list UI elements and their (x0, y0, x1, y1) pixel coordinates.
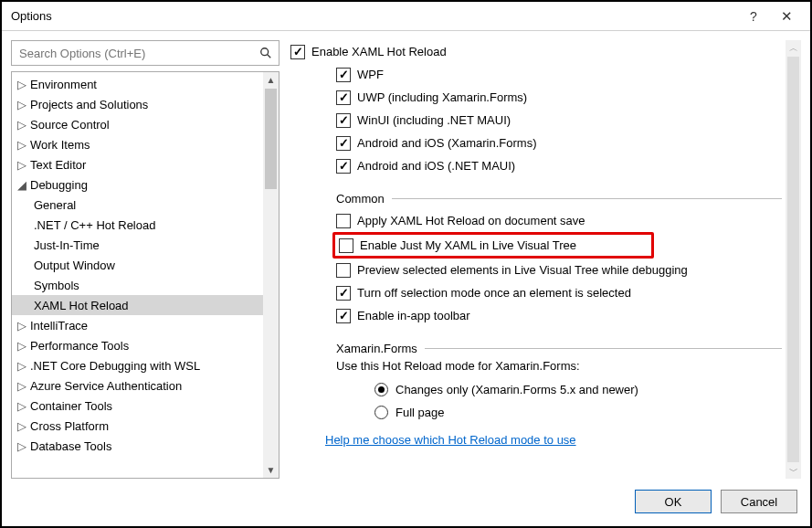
checkbox-android-ios-xamarin[interactable]: Android and iOS (Xamarin.Forms) (290, 132, 782, 154)
window-title: Options (11, 9, 737, 23)
chevron-right-icon: ▷ (16, 359, 28, 372)
section-label: Xamarin.Forms (336, 342, 417, 355)
content-area: ▷Environment ▷Projects and Solutions ▷So… (2, 31, 810, 484)
checkbox-icon[interactable] (336, 263, 351, 278)
checkbox-label: Enable in-app toolbar (357, 309, 470, 322)
section-label: Common (336, 192, 385, 206)
checkbox-label: Apply XAML Hot Reload on document save (357, 214, 585, 227)
options-tree: ▷Environment ▷Projects and Solutions ▷So… (11, 71, 279, 479)
tree-item-cross-platform[interactable]: ▷Cross Platform (12, 416, 263, 436)
tree-item-container-tools[interactable]: ▷Container Tools (12, 396, 263, 416)
tree-item-source-control[interactable]: ▷Source Control (12, 114, 263, 134)
chevron-right-icon: ▷ (16, 78, 28, 90)
tree-item-perf-tools[interactable]: ▷Performance Tools (12, 335, 263, 355)
chevron-down-icon: ◢ (16, 178, 28, 191)
checkbox-android-ios-maui[interactable]: Android and iOS (.NET MAUI) (290, 154, 782, 177)
divider (425, 348, 782, 349)
checkbox-icon[interactable] (336, 113, 351, 128)
xamarin-note: Use this Hot Reload mode for Xamarin.For… (290, 359, 782, 373)
tree-item-output-window[interactable]: Output Window (12, 255, 263, 275)
tree-item-net-cpp-hot-reload[interactable]: .NET / C++ Hot Reload (12, 215, 263, 235)
settings-pane: Enable XAML Hot Reload WPF UWP (includin… (290, 40, 801, 479)
cancel-button[interactable]: Cancel (721, 490, 797, 513)
chevron-right-icon: ▷ (16, 439, 28, 452)
radio-full-page[interactable]: Full page (290, 401, 782, 424)
tree-item-azure-auth[interactable]: ▷Azure Service Authentication (12, 375, 263, 396)
checkbox-icon[interactable] (339, 238, 353, 253)
checkbox-label: WPF (357, 68, 384, 81)
scroll-up-icon[interactable]: ▲ (263, 72, 279, 88)
tree-item-netcore-wsl[interactable]: ▷.NET Core Debugging with WSL (12, 355, 263, 375)
chevron-right-icon: ▷ (16, 399, 28, 412)
tree-item-intellitrace[interactable]: ▷IntelliTrace (12, 315, 263, 335)
search-box[interactable] (11, 40, 279, 66)
tree-item-symbols[interactable]: Symbols (12, 275, 263, 295)
radio-icon[interactable] (374, 383, 388, 396)
help-link[interactable]: Help me choose which Hot Reload mode to … (290, 433, 576, 447)
checkbox-label: WinUI (including .NET MAUI) (357, 113, 511, 127)
checkbox-enable-hot-reload[interactable]: Enable XAML Hot Reload (290, 40, 782, 63)
tree-item-debugging[interactable]: ◢Debugging (12, 174, 263, 195)
divider (392, 198, 782, 199)
checkbox-preview-selected[interactable]: Preview selected elements in Live Visual… (290, 259, 782, 281)
checkbox-uwp[interactable]: UWP (including Xamarin.Forms) (290, 86, 782, 109)
search-input[interactable] (17, 46, 258, 61)
section-common: Common (290, 192, 782, 206)
navigation-pane: ▷Environment ▷Projects and Solutions ▷So… (11, 40, 279, 479)
chevron-right-icon: ▷ (16, 118, 28, 131)
tree-item-database-tools[interactable]: ▷Database Tools (12, 436, 263, 456)
tree-items: ▷Environment ▷Projects and Solutions ▷So… (12, 72, 263, 478)
chevron-right-icon: ▷ (16, 419, 28, 432)
checkbox-inapp-toolbar[interactable]: Enable in-app toolbar (290, 304, 782, 327)
checkbox-icon[interactable] (290, 45, 305, 59)
options-dialog: Options ? ✕ ▷Environment ▷Projects and S… (0, 0, 812, 528)
close-icon[interactable]: ✕ (770, 8, 803, 25)
chevron-right-icon: ▷ (16, 158, 28, 171)
checkbox-icon[interactable] (336, 214, 351, 228)
checkbox-icon[interactable] (336, 136, 351, 151)
tree-item-jit[interactable]: Just-In-Time (12, 235, 263, 255)
tree-item-environment[interactable]: ▷Environment (12, 74, 263, 94)
checkbox-icon[interactable] (336, 159, 351, 174)
tree-item-xaml-hot-reload[interactable]: XAML Hot Reload (12, 295, 263, 315)
tree-item-general[interactable]: General (12, 195, 263, 215)
settings-scrollbar[interactable]: ︿ ﹀ (786, 40, 801, 479)
chevron-right-icon: ▷ (16, 98, 28, 111)
chevron-right-icon: ▷ (16, 138, 28, 151)
checkbox-apply-on-save[interactable]: Apply XAML Hot Reload on document save (290, 209, 782, 232)
radio-changes-only[interactable]: Changes only (Xamarin.Forms 5.x and newe… (290, 378, 782, 401)
scroll-up-icon[interactable]: ︿ (786, 40, 801, 56)
checkbox-label: Android and iOS (Xamarin.Forms) (357, 136, 537, 150)
section-xamarin: Xamarin.Forms (290, 342, 782, 355)
checkbox-winui[interactable]: WinUI (including .NET MAUI) (290, 109, 782, 132)
help-icon[interactable]: ? (737, 9, 770, 24)
checkbox-icon[interactable] (336, 90, 351, 105)
checkbox-icon[interactable] (336, 68, 351, 82)
tree-item-text-editor[interactable]: ▷Text Editor (12, 154, 263, 174)
radio-label: Changes only (Xamarin.Forms 5.x and newe… (395, 383, 638, 396)
chevron-right-icon: ▷ (16, 339, 28, 352)
checkbox-wpf[interactable]: WPF (290, 63, 782, 86)
scroll-thumb[interactable] (787, 57, 799, 462)
checkbox-label: Enable XAML Hot Reload (311, 45, 447, 58)
chevron-right-icon: ▷ (16, 319, 28, 332)
tree-scrollbar[interactable]: ▲ ▼ (263, 72, 279, 478)
checkbox-icon[interactable] (336, 309, 351, 323)
chevron-right-icon: ▷ (16, 379, 28, 392)
svg-line-1 (268, 55, 271, 58)
checkbox-just-my-xaml-highlighted[interactable]: Enable Just My XAML in Live Visual Tree (332, 232, 654, 259)
checkbox-label: UWP (including Xamarin.Forms) (357, 90, 527, 104)
scroll-thumb[interactable] (265, 89, 277, 189)
tree-item-projects[interactable]: ▷Projects and Solutions (12, 94, 263, 114)
tree-item-work-items[interactable]: ▷Work Items (12, 134, 263, 154)
scroll-down-icon[interactable]: ﹀ (786, 463, 801, 479)
checkbox-icon[interactable] (336, 286, 351, 301)
scroll-down-icon[interactable]: ▼ (263, 462, 279, 478)
checkbox-label: Android and iOS (.NET MAUI) (357, 159, 515, 173)
radio-icon[interactable] (374, 406, 388, 419)
checkbox-label: Turn off selection mode once an element … (357, 286, 631, 300)
checkbox-turn-off-selection[interactable]: Turn off selection mode once an element … (290, 281, 782, 304)
search-icon[interactable] (258, 46, 273, 60)
dialog-footer: OK Cancel (2, 484, 810, 526)
ok-button[interactable]: OK (635, 490, 712, 513)
